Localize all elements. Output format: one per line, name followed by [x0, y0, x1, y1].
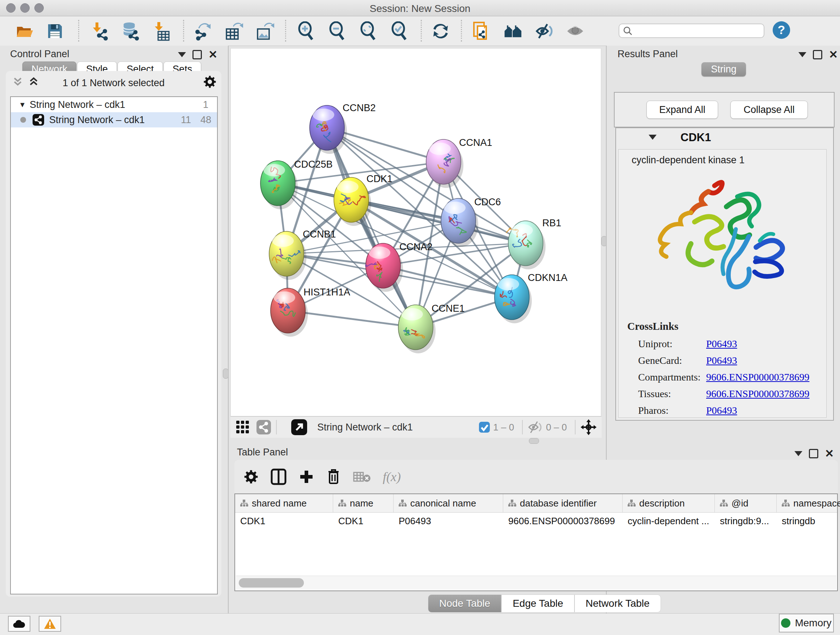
table-row[interactable]: CDK1CDK1P064939606.ENSP00000378699cyclin… [235, 513, 837, 529]
network-node[interactable] [444, 202, 466, 214]
first-neighbors-button[interactable] [504, 22, 523, 41]
selected-checkbox-icon[interactable] [478, 421, 490, 433]
network-options-gear[interactable] [203, 75, 216, 88]
table-panel-collapse-icon[interactable] [794, 451, 802, 456]
tab-edge-table[interactable]: Edge Table [501, 594, 575, 613]
hide-selected-button[interactable] [535, 22, 554, 41]
network-node[interactable] [429, 143, 451, 155]
crosslink-link[interactable]: P06493 [706, 338, 737, 350]
crosslink-row: Compartments: 9606.ENSP00000378699 [638, 369, 819, 386]
export-network-button[interactable] [193, 22, 212, 41]
crosslink-link[interactable]: 9606.ENSP00000378699 [706, 388, 809, 400]
clone-network-button[interactable] [472, 22, 491, 41]
network-view-toolbar: String Network – cdk1 1 – 0 0 – 0 [231, 416, 602, 438]
hidden-eye-slash-icon[interactable] [528, 421, 543, 433]
import-network-file-button[interactable] [90, 22, 109, 41]
crosslink-link[interactable]: P06493 [706, 355, 737, 366]
panel-splitter-handle[interactable] [223, 369, 229, 379]
table-gear-icon[interactable] [244, 470, 258, 484]
warnings-button[interactable] [39, 616, 61, 632]
table-panel-close-icon[interactable]: ✕ [825, 450, 834, 457]
control-panel: Control Panel ✕ NetworkStyleSelectSets 1… [0, 46, 229, 613]
delete-icon[interactable] [326, 468, 341, 486]
open-session-button[interactable] [15, 22, 34, 41]
column-header-name[interactable]: name [333, 494, 393, 512]
network-node[interactable] [511, 224, 533, 236]
clone-network-icon [472, 21, 491, 41]
tab-node-table[interactable]: Node Table [428, 594, 501, 613]
eye-icon [566, 23, 584, 39]
import-table-file-button[interactable] [153, 22, 172, 41]
cloud-icon [13, 619, 26, 629]
import-network-database-button[interactable] [121, 22, 140, 41]
zoom-in-button[interactable] [297, 22, 316, 41]
table-hscrollbar-thumb[interactable] [239, 578, 304, 587]
memory-button[interactable]: Memory [779, 614, 834, 632]
crosslink-link[interactable]: P06493 [706, 405, 737, 416]
tree-row-network[interactable]: String Network – cdk1 11 48 [11, 112, 217, 127]
column-header-canonical-name[interactable]: canonical name [393, 494, 503, 512]
table-panel-float-icon[interactable] [809, 449, 818, 458]
function-builder-button[interactable]: f(x) [383, 469, 401, 485]
results-scrollbar[interactable] [826, 149, 832, 417]
delete-table-icon[interactable] [353, 470, 370, 483]
export-table-button[interactable] [224, 22, 243, 41]
save-session-button[interactable] [46, 22, 65, 41]
control-panel-float-icon[interactable] [193, 50, 202, 59]
column-header-namespace[interactable]: namespace [777, 494, 840, 512]
tab-string[interactable]: String [701, 62, 746, 76]
search-input[interactable] [632, 25, 757, 36]
help-button[interactable]: ? [772, 21, 791, 40]
collapse-all-button[interactable]: Collapse All [730, 101, 808, 119]
toolbar-separator [183, 20, 184, 42]
table-hscrollbar[interactable] [236, 576, 836, 590]
zoom-out-button[interactable] [328, 22, 347, 41]
zoom-fit-button[interactable] [359, 22, 378, 41]
node-label: CCNA1 [459, 137, 493, 148]
zoom-selected-button[interactable] [390, 22, 409, 41]
network-share-view-icon[interactable] [256, 420, 271, 434]
cloud-status-button[interactable] [8, 616, 30, 632]
open-in-new-icon[interactable] [291, 419, 307, 435]
export-table-icon [224, 22, 243, 41]
network-node[interactable] [313, 109, 334, 121]
crosslink-row: GeneCard: P06493 [638, 352, 819, 369]
network-node[interactable] [264, 164, 285, 176]
network-node[interactable] [272, 234, 294, 247]
tab-network-table[interactable]: Network Table [575, 594, 661, 613]
gene-collapse-triangle[interactable] [649, 135, 657, 140]
tree-expand-triangle: ▼ [19, 101, 30, 109]
expand-all-button[interactable]: Expand All [646, 101, 718, 119]
column-header-description[interactable]: description [622, 494, 715, 512]
network-node[interactable] [369, 247, 390, 259]
columns-icon[interactable] [271, 469, 286, 485]
grid-view-icon[interactable] [235, 420, 250, 434]
show-all-button[interactable] [566, 22, 584, 41]
export-image-button[interactable] [256, 22, 274, 41]
network-node[interactable] [273, 291, 295, 304]
add-column-icon[interactable] [299, 469, 314, 485]
column-header-database-identifier[interactable]: database identifier [503, 494, 622, 512]
network-node[interactable] [337, 181, 358, 193]
column-header-@id[interactable]: @id [715, 494, 777, 512]
control-panel-collapse-icon[interactable] [178, 52, 186, 57]
control-panel-close-icon[interactable]: ✕ [208, 51, 218, 58]
crosslink-link[interactable]: 9606.ENSP00000378699 [706, 371, 809, 383]
pan-crosshair-icon[interactable] [581, 419, 597, 435]
zoom-out-icon [328, 21, 346, 41]
protein-structure-image [640, 175, 799, 312]
network-node[interactable] [497, 278, 519, 290]
network-node[interactable] [401, 308, 423, 320]
table-splitter-handle[interactable] [529, 438, 539, 444]
results-panel-float-icon[interactable] [813, 50, 822, 59]
results-panel-close-icon[interactable]: ✕ [829, 51, 838, 58]
column-header-shared-name[interactable]: shared name [235, 494, 333, 512]
network-canvas[interactable]: CCNB2CCNA1CDC25BCDK1CDC6RB1CCNB1CCNA2CDK… [231, 48, 601, 416]
node-label: CDK1 [366, 173, 393, 184]
tree-row-collection[interactable]: ▼ String Network – cdk1 1 [11, 97, 217, 112]
title-bar: Session: New Session [0, 0, 840, 16]
results-panel-collapse-icon[interactable] [798, 52, 806, 57]
selected-count: 1 – 0 [493, 422, 514, 433]
table-cell: stringdb [777, 516, 840, 527]
refresh-view-button[interactable] [431, 22, 450, 41]
